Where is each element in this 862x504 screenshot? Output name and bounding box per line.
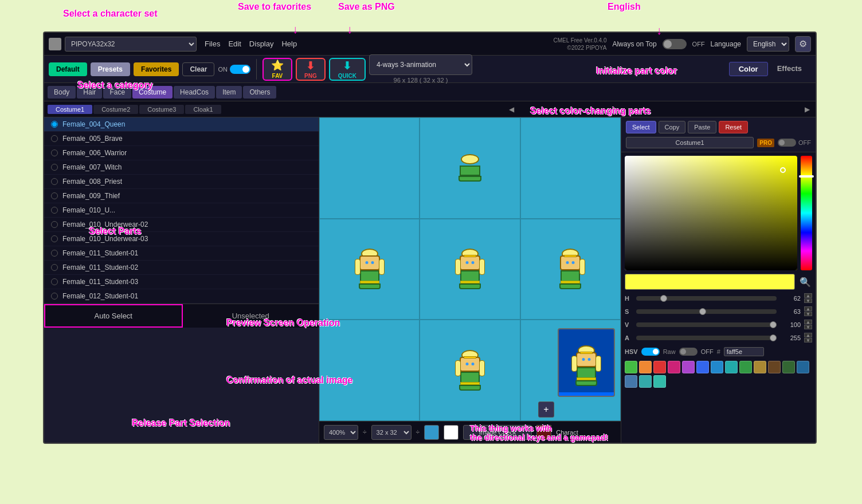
a-slider[interactable] <box>636 336 777 340</box>
list-item[interactable]: Female_009_Thief <box>44 189 319 203</box>
unselected-button[interactable]: Unselected <box>183 304 319 328</box>
language-select[interactable]: English <box>747 37 789 52</box>
s-thumb[interactable] <box>699 308 706 315</box>
a-down[interactable]: ▼ <box>804 338 812 342</box>
s-down[interactable]: ▼ <box>804 312 812 316</box>
category-costume[interactable]: Costume <box>132 86 173 99</box>
palette-color-6[interactable] <box>711 361 723 373</box>
v-slider[interactable] <box>636 322 777 327</box>
hue-bar[interactable] <box>801 156 812 270</box>
palette-color-3[interactable] <box>668 361 680 373</box>
list-item[interactable]: Female_005_Brave <box>44 132 319 146</box>
list-item[interactable]: Female_004_Queen <box>44 117 319 132</box>
part-name: Female_006_Warrior <box>62 149 127 157</box>
v-thumb[interactable] <box>770 321 777 328</box>
menu-edit[interactable]: Edit <box>228 40 241 48</box>
h-down[interactable]: ▼ <box>804 298 812 303</box>
palette-color-1[interactable] <box>639 361 652 373</box>
list-item[interactable]: Female_011_Student-03 <box>44 275 319 289</box>
list-item[interactable]: Female_010_Underwear-03 <box>44 232 319 246</box>
menu-help[interactable]: Help <box>281 40 297 48</box>
s-up[interactable]: ▲ <box>804 306 812 311</box>
on-toggle[interactable]: ON <box>218 65 250 74</box>
list-item[interactable]: Female_010_U... <box>44 203 319 218</box>
s-slider[interactable] <box>636 309 777 314</box>
list-item[interactable]: Female_006_Warrior <box>44 146 319 160</box>
list-item[interactable]: Female_012_Student-01 <box>44 289 319 304</box>
h-thumb[interactable] <box>660 295 667 302</box>
raw-toggle[interactable] <box>679 348 698 356</box>
palette-color-0[interactable] <box>625 361 637 373</box>
v-down[interactable]: ▼ <box>804 325 812 329</box>
size-select[interactable]: 32 x 32 <box>371 425 412 440</box>
eyedropper-icon[interactable]: 🔍 <box>798 275 812 289</box>
image-check-button[interactable]: Image Check <box>463 425 532 440</box>
palette-color-15[interactable] <box>653 375 666 388</box>
palette-color-2[interactable] <box>653 361 666 373</box>
category-face[interactable]: Face <box>103 86 131 99</box>
palette-color-7[interactable] <box>725 361 738 373</box>
hex-input[interactable] <box>724 347 764 356</box>
sub-tab-cloak1[interactable]: Cloak1 <box>185 105 221 114</box>
bg-color-picker[interactable] <box>424 425 439 440</box>
category-body[interactable]: Body <box>48 86 76 99</box>
zoom-select[interactable]: 400% <box>324 425 358 440</box>
sub-tab-prev[interactable]: ◀ <box>507 105 516 113</box>
a-thumb[interactable] <box>770 334 777 341</box>
menu-files[interactable]: Files <box>205 40 220 48</box>
list-item[interactable]: Female_011_Student-02 <box>44 261 319 275</box>
sub-tab-next[interactable]: ▶ <box>802 105 812 113</box>
paste-button[interactable]: Paste <box>688 121 716 133</box>
settings-button[interactable]: ⚙ <box>795 36 811 52</box>
a-up[interactable]: ▲ <box>804 333 812 337</box>
preview-canvas[interactable] <box>319 117 621 421</box>
palette-color-12[interactable] <box>797 361 809 373</box>
palette-color-9[interactable] <box>754 361 766 373</box>
list-item[interactable]: Female_008_Priest <box>44 175 319 189</box>
tab-effects[interactable]: Effects <box>768 62 811 76</box>
quick-button[interactable]: ⬇ QUICK <box>329 58 366 81</box>
animation-select[interactable]: 4-ways 3-animation <box>369 54 472 75</box>
v-up[interactable]: ▲ <box>804 320 812 324</box>
png-button[interactable]: ⬇ PNG <box>296 58 326 81</box>
list-item[interactable]: Female_011_Student-01 <box>44 246 319 261</box>
h-slider[interactable] <box>636 296 777 301</box>
add-button[interactable]: + <box>538 401 554 418</box>
always-on-top-toggle[interactable] <box>663 39 687 49</box>
palette-color-14[interactable] <box>639 375 652 388</box>
list-item[interactable]: Female_007_Witch <box>44 160 319 175</box>
reset-button[interactable]: Reset <box>719 121 748 133</box>
tab-presets[interactable]: Presets <box>91 62 130 76</box>
sub-tab-costume2[interactable]: Costume2 <box>93 105 138 114</box>
hsv-toggle[interactable] <box>641 348 660 356</box>
sub-tab-costume1[interactable]: Costume1 <box>48 105 92 114</box>
auto-select-button[interactable]: Auto Select <box>44 304 183 328</box>
current-color-bar[interactable] <box>625 274 795 290</box>
palette-color-8[interactable] <box>739 361 752 373</box>
palette-color-4[interactable] <box>682 361 695 373</box>
category-others[interactable]: Others <box>243 86 276 99</box>
h-up[interactable]: ▲ <box>804 293 812 298</box>
fg-color-picker[interactable] <box>444 425 459 440</box>
tab-clear[interactable]: Clear <box>182 62 214 76</box>
category-hair[interactable]: Hair <box>77 86 102 99</box>
pro-toggle[interactable]: OFF <box>778 139 811 147</box>
menu-display[interactable]: Display <box>249 40 274 48</box>
category-headcos[interactable]: HeadCos <box>174 86 215 99</box>
dark-color-box[interactable] <box>536 425 551 440</box>
copy-button[interactable]: Copy <box>659 121 686 133</box>
palette-color-5[interactable] <box>696 361 709 373</box>
tab-favorites[interactable]: Favorites <box>134 62 179 76</box>
select-button[interactable]: Select <box>626 121 656 133</box>
fav-button[interactable]: ⭐ FAV <box>262 58 292 81</box>
palette-color-11[interactable] <box>782 361 795 373</box>
palette-color-10[interactable] <box>768 361 781 373</box>
tab-default[interactable]: Default <box>49 62 87 76</box>
character-set-select[interactable]: PIPOYA32x32 <box>65 37 197 52</box>
color-gradient[interactable] <box>625 156 797 270</box>
sub-tab-costume3[interactable]: Costume3 <box>139 105 184 114</box>
category-item[interactable]: Item <box>216 86 242 99</box>
list-item[interactable]: Female_010_Underwear-02 <box>44 218 319 232</box>
tab-color[interactable]: Color <box>729 62 768 76</box>
palette-color-13[interactable] <box>625 375 637 388</box>
